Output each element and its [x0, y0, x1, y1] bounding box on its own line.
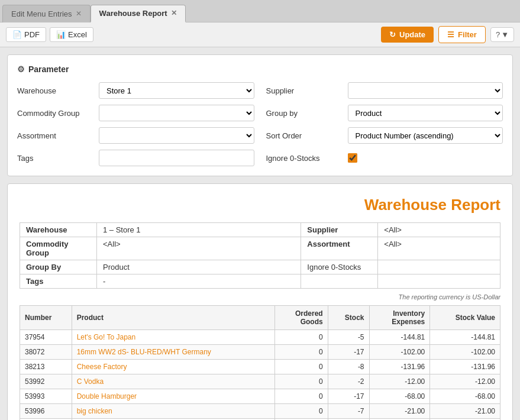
commodity-group-select[interactable]: [99, 105, 254, 121]
ignore-stocks-row: Ignore 0-Stocks: [266, 150, 503, 166]
update-icon: ↻: [389, 30, 396, 39]
group-by-label: Group by: [266, 109, 343, 118]
cell-ordered-goods: 0: [275, 345, 328, 360]
table-row: 53992C Vodka0-2-12.00-12.00: [20, 374, 500, 389]
ignore-stocks-checkbox[interactable]: [348, 153, 357, 163]
assortment-control: [99, 127, 254, 144]
cell-product[interactable]: 16mm WW2 dS- BLU-RED/WHT Germany: [72, 345, 274, 360]
parameter-grid: Warehouse Store 1 Supplier Commodit: [17, 82, 503, 166]
tab-edit-menu-label: Edit Menu Entries: [11, 9, 72, 18]
cell-stock-value: -12.00: [430, 374, 500, 389]
supplier-label: Supplier: [266, 86, 343, 95]
info-groupby-value: Product: [97, 260, 301, 274]
tab-edit-menu-close[interactable]: ✕: [76, 10, 82, 17]
update-button[interactable]: ↻ Update: [381, 27, 434, 43]
warehouse-row: Warehouse Store 1: [17, 82, 254, 99]
cell-inventory-expenses: -68.00: [369, 389, 430, 404]
commodity-group-row: Commodity Group: [17, 105, 254, 121]
cell-inventory-expenses: -21.00: [369, 404, 430, 419]
group-by-control: Product: [348, 105, 503, 121]
chevron-down-icon: ▼: [501, 30, 509, 39]
cell-number: 38072: [20, 345, 72, 360]
tab-warehouse-report[interactable]: Warehouse Report ✕: [91, 5, 186, 22]
cell-number: 53993: [20, 389, 72, 404]
ignore-stocks-label: Ignore 0-Stocks: [266, 154, 343, 163]
cell-product[interactable]: Double Hamburger: [72, 389, 274, 404]
tags-label: Tags: [17, 154, 94, 163]
pdf-icon: 📄: [12, 30, 22, 39]
sliders-icon: ⚙: [17, 64, 25, 74]
ignore-stocks-control: [348, 153, 357, 163]
col-number: Number: [20, 306, 72, 330]
tags-input[interactable]: [99, 150, 254, 166]
info-assortment-value: <All>: [378, 237, 500, 260]
excel-button[interactable]: 📊 Excel: [50, 27, 93, 42]
table-row: 38213Cheese Factory0-8-131.96-131.96: [20, 360, 500, 374]
tab-warehouse-report-label: Warehouse Report: [99, 9, 167, 18]
tags-control: [99, 150, 254, 166]
cell-number: 38213: [20, 360, 72, 374]
pdf-button[interactable]: 📄 PDF: [6, 27, 46, 42]
currency-note: The reporting currency is US-Dollar: [20, 293, 500, 301]
tags-row: Tags: [17, 150, 254, 166]
cell-product[interactable]: Let's Go! To Japan: [72, 330, 274, 345]
filter-label: Filter: [458, 30, 477, 39]
sort-order-select[interactable]: Product Number (ascending): [348, 127, 503, 144]
info-warehouse-label: Warehouse: [20, 223, 97, 237]
tab-edit-menu[interactable]: Edit Menu Entries ✕: [2, 5, 91, 22]
cell-number: 53996: [20, 404, 72, 419]
cell-stock: -17: [328, 345, 369, 360]
assortment-label: Assortment: [17, 131, 94, 140]
supplier-row: Supplier: [266, 82, 503, 99]
col-ordered-goods: OrderedGoods: [275, 306, 328, 330]
update-label: Update: [399, 30, 425, 39]
warehouse-select[interactable]: Store 1: [99, 82, 254, 99]
table-row: 53996big chicken0-7-21.00-21.00: [20, 404, 500, 419]
info-tags-label: Tags: [20, 274, 97, 289]
cell-number: 37954: [20, 330, 72, 345]
sort-order-label: Sort Order: [266, 131, 343, 140]
supplier-control: [348, 82, 503, 99]
main-content: ⚙ Parameter Warehouse Store 1 Supplier: [0, 47, 520, 420]
cell-inventory-expenses: -102.00: [369, 345, 430, 360]
assortment-select[interactable]: [99, 127, 254, 144]
warehouse-label: Warehouse: [17, 86, 94, 95]
cell-stock: -8: [328, 360, 369, 374]
cell-ordered-goods: 0: [275, 374, 328, 389]
col-stock-value: Stock Value: [430, 306, 500, 330]
report-title: Warehouse Report: [20, 196, 500, 214]
col-stock: Stock: [328, 306, 369, 330]
cell-product[interactable]: Cheese Factory: [72, 360, 274, 374]
filter-icon: ☰: [447, 30, 454, 39]
info-warehouse-value: 1 – Store 1: [97, 223, 301, 237]
cell-stock: -2: [328, 374, 369, 389]
help-label: ?: [496, 30, 500, 39]
cell-ordered-goods: 0: [275, 360, 328, 374]
info-commodity-value: <All>: [97, 237, 301, 260]
data-table: Number Product OrderedGoods Stock Invent…: [20, 305, 500, 420]
cell-stock-value: -144.81: [430, 330, 500, 345]
cell-stock: -5: [328, 330, 369, 345]
commodity-group-control: [99, 105, 254, 121]
group-by-select[interactable]: Product: [348, 105, 503, 121]
filter-button[interactable]: ☰ Filter: [438, 26, 486, 43]
assortment-row: Assortment: [17, 127, 254, 144]
sort-order-row: Sort Order Product Number (ascending): [266, 127, 503, 144]
cell-inventory-expenses: -144.81: [369, 330, 430, 345]
commodity-group-label: Commodity Group: [17, 109, 94, 118]
toolbar: 📄 PDF 📊 Excel ↻ Update ☰ Filter ? ▼: [0, 22, 520, 47]
group-by-row: Group by Product: [266, 105, 503, 121]
cell-ordered-goods: 0: [275, 330, 328, 345]
cell-ordered-goods: 0: [275, 389, 328, 404]
supplier-select[interactable]: [348, 82, 503, 99]
cell-number: 53992: [20, 374, 72, 389]
help-button[interactable]: ? ▼: [490, 27, 514, 42]
cell-product[interactable]: big chicken: [72, 404, 274, 419]
tab-bar: Edit Menu Entries ✕ Warehouse Report ✕: [0, 0, 520, 22]
info-ignore-stocks-empty: [378, 260, 500, 274]
table-header-row: Number Product OrderedGoods Stock Invent…: [20, 306, 500, 330]
cell-product[interactable]: C Vodka: [72, 374, 274, 389]
cell-inventory-expenses: -131.96: [369, 360, 430, 374]
col-inventory-expenses: InventoryExpenses: [369, 306, 430, 330]
tab-warehouse-report-close[interactable]: ✕: [171, 9, 177, 17]
